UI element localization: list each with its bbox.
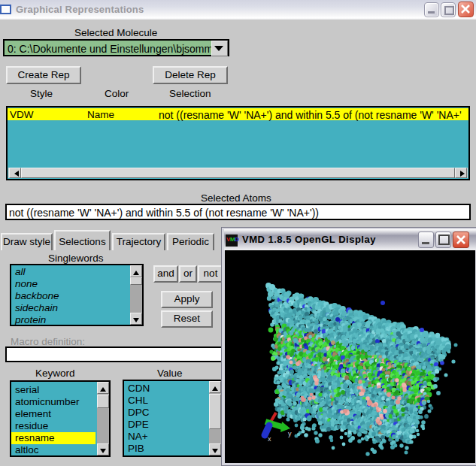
svg-text:y: y [288, 430, 292, 437]
svg-text:x: x [268, 435, 271, 443]
